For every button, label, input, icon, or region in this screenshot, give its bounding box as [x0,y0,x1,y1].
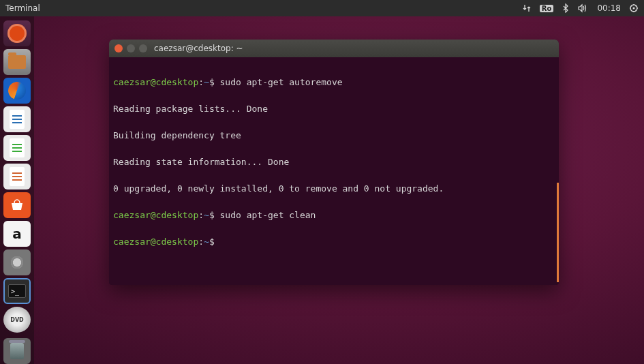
calc-icon [10,138,25,157]
folder-icon [8,55,26,69]
sound-indicator-icon[interactable] [578,3,589,13]
command-text: sudo apt-get clean [220,210,316,220]
launcher-firefox[interactable] [3,78,31,104]
window-minimize-button[interactable] [127,44,135,52]
launcher-trash[interactable] [3,338,31,364]
indicator-area: Ro 00:18 [522,3,639,13]
scrollbar-indicator[interactable] [557,183,559,282]
launcher-files[interactable] [3,49,31,75]
terminal-body[interactable]: caezsar@cdesktop:~$ sudo apt-get autorem… [109,57,559,267]
dvd-icon: DVD [10,317,23,323]
svg-point-1 [633,7,635,10]
launcher-impress[interactable] [3,164,31,189]
dash-button[interactable] [3,20,31,46]
firefox-icon [8,82,26,100]
launcher-calc[interactable] [3,135,31,161]
top-panel: Terminal Ro 00:18 [0,0,644,16]
window-title: caezsar@cdesktop: ~ [154,44,243,53]
prompt-path: ~ [204,77,209,87]
clock-indicator[interactable]: 00:18 [597,3,621,13]
terminal-line: caezsar@cdesktop:~$ sudo apt-get autorem… [113,78,555,87]
software-center-icon [8,196,26,214]
terminal-output: Building dependency tree [113,131,555,140]
window-close-button[interactable] [114,44,123,52]
network-indicator-icon[interactable] [522,3,532,13]
command-text: sudo apt-get autoremove [220,77,343,87]
terminal-icon: >_ [8,284,26,298]
bluetooth-indicator-icon[interactable] [562,3,570,13]
window-titlebar[interactable]: caezsar@cdesktop: ~ [109,40,559,57]
ubuntu-logo-icon [7,24,27,43]
writer-icon [10,110,25,129]
terminal-output: Reading state information... Done [113,157,555,166]
prompt-user-host: caezsar@cdesktop [113,77,198,87]
window-maximize-button[interactable] [139,44,147,52]
terminal-line: caezsar@cdesktop:~$ sudo apt-get clean [113,211,555,219]
trash-icon [10,343,24,359]
terminal-line: caezsar@cdesktop:~$ [113,237,555,246]
active-app-title: Terminal [5,3,40,13]
launcher-settings[interactable] [3,249,31,275]
launcher-amazon[interactable]: a [3,221,31,247]
unity-launcher: a >_ DVD [0,16,34,364]
terminal-output: Reading package lists... Done [113,104,555,113]
session-indicator-icon[interactable] [629,3,639,13]
terminal-window[interactable]: caezsar@cdesktop: ~ caezsar@cdesktop:~$ … [109,40,559,285]
launcher-disc[interactable]: DVD [3,307,31,333]
keyboard-layout-indicator[interactable]: Ro [540,5,554,12]
impress-icon [10,167,25,186]
amazon-icon: a [12,226,22,242]
launcher-terminal[interactable]: >_ [3,278,31,304]
launcher-writer[interactable] [3,106,31,132]
launcher-ubuntu-software[interactable] [3,192,31,218]
gear-icon [9,254,25,271]
terminal-output: 0 upgraded, 0 newly installed, 0 to remo… [113,184,555,193]
